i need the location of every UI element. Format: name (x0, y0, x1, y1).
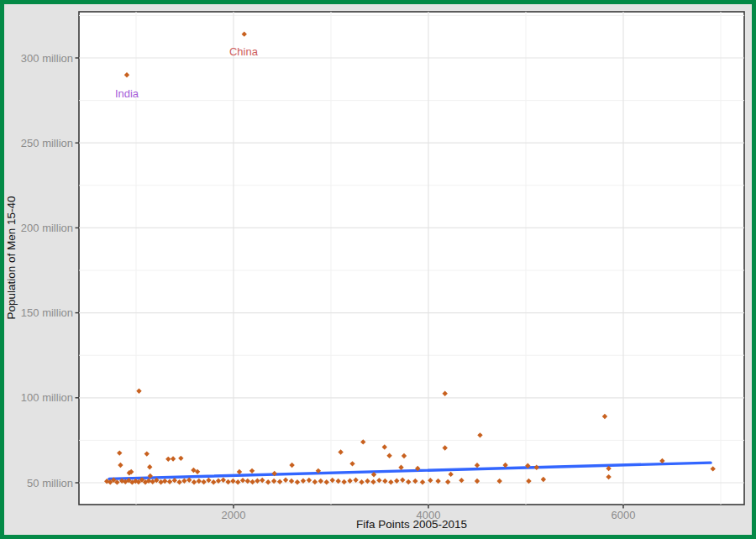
scatter-plot-window: 20004000600050 million100 million150 mil… (0, 0, 756, 539)
y-tick-label: 50 million (27, 477, 73, 489)
scatter-plot-canvas: 20004000600050 million100 million150 mil… (0, 0, 756, 539)
plot-panel (79, 12, 744, 505)
x-axis-title: Fifa Points 2005-2015 (356, 518, 467, 531)
y-axis-title: Population of Men 15-40 (5, 196, 18, 319)
annotation-china: China (229, 45, 259, 58)
x-tick-label: 2000 (222, 509, 246, 521)
y-tick-label: 250 million (21, 137, 73, 149)
y-tick-label: 150 million (21, 306, 73, 319)
annotation-india: India (115, 87, 139, 100)
x-tick-label: 6000 (612, 509, 636, 521)
y-tick-label: 100 million (21, 391, 73, 404)
y-tick-label: 300 million (21, 52, 73, 65)
y-tick-label: 200 million (21, 222, 73, 234)
